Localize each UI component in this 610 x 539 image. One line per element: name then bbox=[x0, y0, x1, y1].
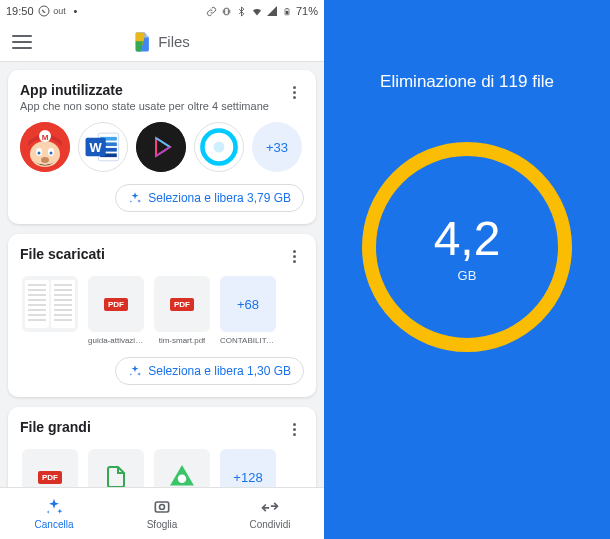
progress-value: 4,2 bbox=[434, 211, 501, 266]
downloads-free-button[interactable]: Seleziona e libera 1,30 GB bbox=[115, 357, 304, 385]
downloads-free-label: Seleziona e libera 1,30 GB bbox=[148, 364, 291, 378]
sparkle-icon bbox=[128, 364, 142, 378]
share-icon bbox=[260, 497, 280, 517]
nav-browse-label: Sfoglia bbox=[147, 519, 178, 530]
download-item[interactable] bbox=[20, 276, 80, 345]
unused-apps-more-button[interactable] bbox=[284, 82, 304, 102]
app-icon-word[interactable]: W bbox=[78, 122, 128, 172]
status-time: 19:50 bbox=[6, 5, 34, 17]
browse-icon bbox=[152, 497, 172, 517]
svg-text:W: W bbox=[90, 140, 103, 155]
bluetooth-icon bbox=[236, 5, 248, 17]
app-icon-mario[interactable]: M bbox=[20, 122, 70, 172]
svg-point-24 bbox=[178, 474, 187, 483]
download-item[interactable]: +68 CONTABILITA_PU... bbox=[218, 276, 278, 345]
downloads-more-button[interactable] bbox=[284, 246, 304, 266]
dot-icon: • bbox=[70, 5, 82, 17]
svg-point-6 bbox=[30, 141, 60, 167]
svg-rect-25 bbox=[155, 502, 168, 512]
download-item-label: CONTABILITA_PU... bbox=[220, 336, 276, 345]
deletion-progress-screen: Eliminazione di 119 file 4,2 GB bbox=[324, 0, 610, 539]
downloads-title: File scaricati bbox=[20, 246, 105, 262]
signal-icon bbox=[266, 5, 278, 17]
svg-point-12 bbox=[50, 152, 53, 155]
svg-point-23 bbox=[213, 141, 224, 152]
pdf-icon: PDF bbox=[170, 298, 194, 311]
app-icon-alexa[interactable] bbox=[194, 122, 244, 172]
download-item-label: tim-smart.pdf bbox=[159, 336, 206, 345]
sparkle-icon bbox=[44, 497, 64, 517]
document-thumbnail-icon bbox=[51, 280, 75, 328]
out-icon: out bbox=[54, 5, 66, 17]
app-bar: Files bbox=[0, 22, 324, 62]
unused-apps-title: App inutilizzate bbox=[20, 82, 269, 98]
nav-clean[interactable]: Cancella bbox=[19, 497, 89, 530]
vibrate-icon bbox=[221, 5, 233, 17]
downloads-card: File scaricati PDF guida-attivazione-f..… bbox=[8, 234, 316, 397]
nav-share[interactable]: Condividi bbox=[235, 497, 305, 530]
svg-text:M: M bbox=[42, 133, 49, 142]
link-icon bbox=[206, 5, 218, 17]
svg-point-13 bbox=[41, 157, 49, 163]
svg-point-21 bbox=[136, 122, 186, 172]
unused-apps-free-button[interactable]: Seleziona e libera 3,79 GB bbox=[115, 184, 304, 212]
large-files-more-count: +128 bbox=[220, 449, 276, 487]
large-files-more-button[interactable] bbox=[284, 419, 304, 439]
unused-apps-card: App inutilizzate App che non sono state … bbox=[8, 70, 316, 224]
card-scroll-area: App inutilizzate App che non sono state … bbox=[0, 62, 324, 487]
pdf-icon: PDF bbox=[104, 298, 128, 311]
battery-icon bbox=[281, 5, 293, 17]
large-file-item[interactable]: Crash Bandicoot O... bbox=[86, 449, 146, 487]
battery-percent: 71% bbox=[296, 5, 318, 17]
progress-unit: GB bbox=[458, 268, 477, 283]
sparkle-icon bbox=[128, 191, 142, 205]
file-icon bbox=[104, 465, 128, 487]
files-app-screen: 19:50 out • bbox=[0, 0, 324, 539]
document-thumbnail-icon bbox=[25, 280, 49, 328]
downloads-more-count: +68 bbox=[220, 276, 276, 332]
app-title: Files bbox=[158, 33, 190, 50]
unused-apps-free-label: Seleziona e libera 3,79 GB bbox=[148, 191, 291, 205]
nav-browse[interactable]: Sfoglia bbox=[127, 497, 197, 530]
download-item-label: guida-attivazione-f... bbox=[88, 336, 144, 345]
deletion-title: Eliminazione di 119 file bbox=[380, 72, 554, 92]
svg-rect-3 bbox=[286, 8, 288, 9]
download-item[interactable]: PDF guida-attivazione-f... bbox=[86, 276, 146, 345]
svg-rect-4 bbox=[286, 10, 289, 13]
download-item[interactable]: PDF tim-smart.pdf bbox=[152, 276, 212, 345]
nav-share-label: Condividi bbox=[249, 519, 290, 530]
progress-ring: 4,2 GB bbox=[362, 142, 572, 352]
whatsapp-icon bbox=[38, 5, 50, 17]
files-logo-icon bbox=[134, 31, 152, 53]
large-files-title: File grandi bbox=[20, 419, 91, 435]
unused-apps-subtitle: App che non sono state usate per oltre 4… bbox=[20, 100, 269, 112]
app-icon-video[interactable] bbox=[136, 122, 186, 172]
wifi-icon bbox=[251, 5, 263, 17]
apkpure-icon bbox=[165, 460, 199, 487]
large-file-item[interactable]: +128 APKPure_v3.17.12... bbox=[218, 449, 278, 487]
pdf-icon: PDF bbox=[38, 471, 62, 484]
nav-clean-label: Cancella bbox=[35, 519, 74, 530]
large-file-item[interactable]: PDF Lakdawala, Cyrus ... bbox=[20, 449, 80, 487]
unused-apps-more-count[interactable]: +33 bbox=[252, 122, 302, 172]
svg-point-0 bbox=[39, 6, 49, 16]
svg-point-26 bbox=[160, 505, 165, 510]
menu-button[interactable] bbox=[12, 35, 32, 49]
svg-point-11 bbox=[38, 152, 41, 155]
status-bar: 19:50 out • bbox=[0, 0, 324, 22]
large-file-item[interactable]: APKPure_v3.17.12... bbox=[152, 449, 212, 487]
large-files-card: File grandi PDF Lakdawala, Cyrus ... Cra… bbox=[8, 407, 316, 487]
svg-rect-1 bbox=[225, 8, 229, 14]
bottom-nav: Cancella Sfoglia Condividi bbox=[0, 487, 324, 539]
